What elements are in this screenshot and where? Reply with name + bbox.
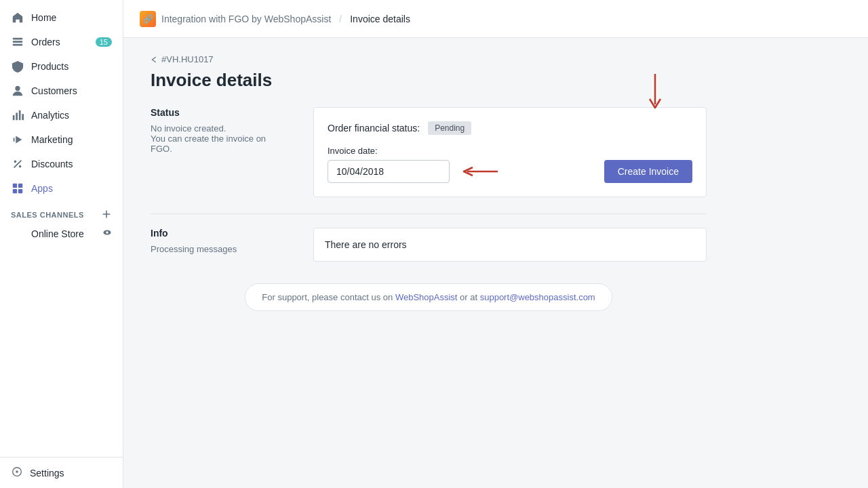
red-arrow-left	[460, 165, 501, 178]
discounts-icon	[11, 157, 24, 171]
date-with-arrow	[328, 160, 604, 183]
svg-rect-14	[18, 189, 22, 193]
webshopassist-link[interactable]: WebShopAssist	[395, 292, 458, 302]
back-link[interactable]: #VH.HU1017	[151, 54, 707, 64]
info-section-label: Info Processing messages	[151, 228, 286, 262]
svg-point-3	[15, 86, 20, 91]
status-card: Order financial status: Pending Invoice …	[313, 107, 707, 197]
svg-rect-1	[13, 41, 22, 43]
orders-badge: 15	[96, 37, 112, 47]
support-footer: For support, please contact us on WebSho…	[151, 283, 707, 311]
svg-rect-13	[13, 189, 17, 193]
analytics-icon	[11, 108, 24, 122]
sidebar-item-apps[interactable]: Apps	[0, 176, 123, 201]
svg-rect-0	[13, 38, 22, 40]
sidebar-item-analytics[interactable]: Analytics	[0, 103, 123, 127]
support-text: For support, please contact us on WebSho…	[245, 283, 612, 311]
customers-icon	[11, 84, 24, 98]
apps-icon	[11, 182, 24, 195]
topbar: 🔗 Integration with FGO by WebShopAssist …	[123, 0, 868, 38]
home-icon	[11, 11, 24, 24]
svg-rect-12	[18, 184, 22, 188]
invoice-date-label: Invoice date:	[328, 146, 692, 156]
page-content: #VH.HU1017 Invoice details Status No inv…	[123, 38, 734, 327]
svg-rect-4	[13, 115, 15, 120]
info-section: Info Processing messages There are no er…	[151, 228, 707, 262]
info-card: There are no errors	[313, 228, 707, 262]
svg-rect-6	[19, 110, 21, 120]
order-financial-status-label: Order financial status:	[328, 123, 420, 134]
add-sales-channel-icon[interactable]	[101, 209, 112, 221]
sidebar-nav: Home Orders 15 Products Customers	[0, 0, 123, 457]
section-divider	[151, 214, 707, 214]
svg-rect-2	[13, 44, 22, 46]
sales-channels-header: SALES CHANNELS	[0, 201, 123, 224]
sidebar-item-marketing[interactable]: Marketing	[0, 127, 123, 152]
order-status-row: Order financial status: Pending	[328, 121, 692, 135]
eye-icon	[102, 228, 112, 239]
sidebar-item-online-store[interactable]: Online Store	[0, 224, 123, 243]
main-content: 🔗 Integration with FGO by WebShopAssist …	[123, 0, 868, 488]
create-invoice-button[interactable]: Create Invoice	[604, 160, 692, 183]
page-title: Invoice details	[151, 70, 707, 91]
svg-point-9	[19, 165, 22, 168]
orders-icon	[11, 35, 24, 49]
products-icon	[11, 60, 24, 73]
info-card-wrapper: There are no errors	[313, 228, 707, 262]
invoice-date-row: Create Invoice	[328, 160, 692, 183]
email-support-link[interactable]: support@webshopassist.com	[480, 292, 595, 302]
status-section: Status No invoice created. You can creat…	[151, 107, 707, 197]
invoice-date-input[interactable]	[328, 160, 450, 183]
breadcrumb-current: Invoice details	[350, 14, 410, 24]
svg-rect-5	[16, 113, 18, 120]
sidebar-item-discounts[interactable]: Discounts	[0, 152, 123, 176]
svg-point-8	[14, 161, 17, 163]
red-arrow-down	[645, 70, 665, 111]
breadcrumb-separator: /	[339, 14, 342, 24]
status-card-wrapper: Order financial status: Pending Invoice …	[313, 107, 707, 197]
breadcrumb-app-link[interactable]: Integration with FGO by WebShopAssist	[161, 14, 331, 24]
app-icon: 🔗	[140, 11, 156, 27]
sidebar-item-home[interactable]: Home	[0, 5, 123, 30]
svg-point-16	[106, 231, 108, 234]
sidebar-item-settings[interactable]: Settings	[0, 457, 123, 488]
sidebar-item-products[interactable]: Products	[0, 54, 123, 79]
status-section-label: Status No invoice created. You can creat…	[151, 107, 286, 197]
status-badge: Pending	[428, 121, 471, 135]
marketing-icon	[11, 133, 24, 146]
sidebar-item-orders[interactable]: Orders 15	[0, 30, 123, 54]
settings-icon	[11, 466, 23, 480]
svg-rect-11	[13, 184, 17, 188]
sidebar-item-customers[interactable]: Customers	[0, 79, 123, 103]
sidebar: Home Orders 15 Products Customers	[0, 0, 123, 488]
invoice-date-section: Invoice date: Create Invoice	[328, 146, 692, 183]
svg-rect-7	[22, 114, 24, 120]
